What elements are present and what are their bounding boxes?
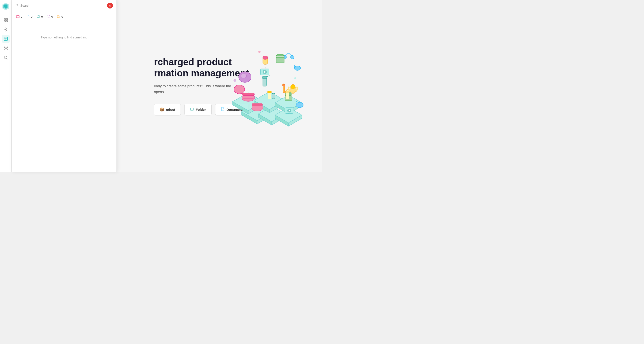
stat-product-count: 0: [21, 15, 22, 18]
product-icon: [16, 14, 20, 19]
search-input[interactable]: [20, 4, 105, 7]
svg-point-87: [234, 79, 236, 82]
svg-point-75: [241, 74, 246, 78]
svg-point-81: [296, 102, 303, 108]
stat-folder-count: 0: [41, 15, 43, 18]
svg-rect-53: [272, 93, 275, 99]
subtitle-line2: opens.: [154, 90, 165, 94]
icon-sidebar: [0, 0, 12, 172]
grid-stat-icon: [57, 15, 60, 19]
svg-point-19: [16, 4, 18, 6]
svg-line-20: [18, 6, 18, 6]
svg-rect-2: [4, 20, 5, 22]
svg-rect-77: [263, 78, 266, 86]
search-icon[interactable]: [2, 54, 10, 62]
search-input-icon: [15, 4, 18, 8]
svg-rect-70: [277, 54, 283, 56]
svg-line-15: [5, 48, 5, 49]
folder-stat-icon: [36, 14, 40, 19]
attribute-icon: [47, 15, 50, 19]
svg-rect-1: [6, 18, 7, 20]
close-button[interactable]: ×: [107, 3, 113, 8]
create-product-label: oduct: [166, 108, 175, 112]
svg-point-62: [286, 89, 288, 91]
svg-rect-78: [262, 76, 267, 79]
stat-grid: 0: [57, 15, 63, 19]
stat-document-count: 0: [31, 15, 32, 18]
svg-rect-26: [59, 16, 60, 18]
svg-point-80: [291, 84, 295, 89]
search-overlay: × 0 0: [12, 0, 117, 172]
svg-rect-5: [4, 37, 7, 41]
svg-point-82: [294, 66, 300, 70]
svg-point-4: [5, 29, 6, 30]
illustration: [210, 0, 322, 172]
svg-rect-3: [6, 20, 7, 22]
svg-rect-0: [4, 18, 5, 20]
svg-rect-49: [252, 106, 263, 108]
svg-rect-50: [252, 104, 263, 106]
create-folder-button[interactable]: Folder: [184, 104, 212, 116]
main-content: rcharged product rmation management eady…: [81, 0, 322, 172]
svg-rect-52: [268, 91, 272, 93]
svg-rect-68: [276, 57, 284, 63]
folder-btn-icon: [190, 107, 194, 112]
svg-rect-25: [58, 16, 58, 18]
create-folder-label: Folder: [196, 108, 206, 112]
svg-rect-21: [16, 16, 19, 18]
stat-folder: 0: [36, 14, 43, 19]
svg-marker-22: [47, 15, 50, 18]
product-btn-icon: 📦: [160, 107, 164, 112]
svg-rect-60: [286, 92, 289, 99]
svg-point-76: [234, 85, 245, 94]
svg-point-17: [4, 56, 7, 59]
svg-point-11: [4, 49, 4, 50]
svg-rect-47: [242, 93, 254, 96]
svg-point-9: [4, 47, 4, 47]
svg-rect-84: [282, 84, 285, 86]
svg-point-8: [5, 48, 6, 49]
iso-illustration: [219, 36, 313, 136]
svg-rect-23: [58, 15, 58, 16]
stat-attribute: 0: [47, 15, 53, 19]
svg-rect-51: [268, 93, 271, 99]
create-product-button[interactable]: 📦 oduct: [154, 104, 181, 116]
stat-product: 0: [16, 14, 22, 19]
svg-rect-61: [285, 91, 290, 93]
svg-point-12: [7, 49, 8, 50]
search-header: ×: [12, 0, 116, 12]
svg-point-86: [294, 77, 296, 79]
dashboard-icon[interactable]: [2, 16, 10, 24]
svg-point-10: [7, 47, 8, 47]
document-icon: [26, 15, 30, 19]
search-stats: 0 0 0 0: [12, 12, 116, 22]
stat-document: 0: [26, 15, 32, 19]
svg-point-67: [290, 56, 294, 59]
stat-grid-count: 0: [62, 15, 63, 18]
search-input-wrap: [15, 4, 105, 8]
svg-rect-24: [59, 15, 60, 16]
catalogue-icon[interactable]: [2, 35, 10, 43]
svg-line-18: [6, 58, 7, 60]
svg-rect-64: [263, 56, 268, 60]
svg-line-16: [6, 48, 7, 49]
svg-line-13: [5, 47, 5, 48]
stat-attribute-count: 0: [52, 15, 53, 18]
nodes-icon[interactable]: [2, 44, 10, 52]
svg-point-85: [258, 51, 260, 53]
logo[interactable]: [2, 3, 9, 11]
svg-line-14: [6, 47, 7, 48]
svg-rect-46: [242, 96, 254, 98]
rocket-icon[interactable]: [2, 26, 10, 34]
search-empty-message: Type something to find something: [12, 22, 116, 52]
